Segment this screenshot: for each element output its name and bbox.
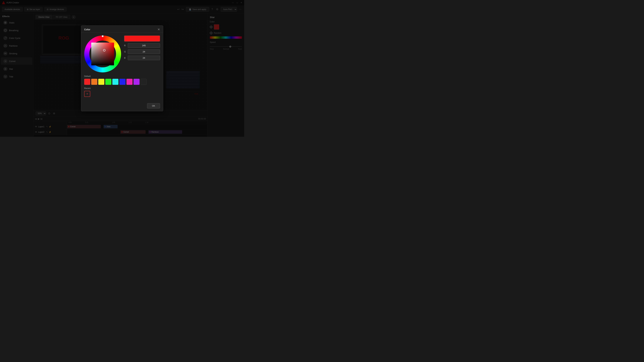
r-input[interactable] (128, 43, 160, 48)
swatch-yellow[interactable] (98, 79, 104, 85)
modal-header: Color ✕ (81, 26, 163, 33)
g-label: G (124, 50, 126, 53)
swatch-pink[interactable] (126, 79, 132, 85)
add-recent-color-button[interactable]: + (84, 91, 90, 97)
swatch-black[interactable] (140, 79, 146, 85)
hue-handle (102, 35, 104, 37)
color-square[interactable] (91, 42, 114, 65)
color-modal-overlay: Color ✕ (0, 0, 244, 137)
rgb-g-row: G (124, 49, 160, 54)
recent-label: Recent (84, 87, 160, 89)
swatch-orange[interactable] (91, 79, 97, 85)
r-label: R (124, 44, 126, 47)
swatch-red[interactable] (84, 79, 90, 85)
ok-button[interactable]: OK (147, 103, 160, 108)
modal-body: R G B Default (81, 33, 163, 102)
rgb-r-row: R (124, 43, 160, 48)
recent-section: Recent + (84, 87, 160, 97)
swatch-purple[interactable] (134, 79, 140, 85)
default-colors-label: Default (84, 75, 160, 77)
recent-swatches: + (84, 91, 160, 97)
swatch-green[interactable] (105, 79, 111, 85)
g-input[interactable] (128, 49, 160, 54)
b-label: B (124, 57, 126, 59)
b-input[interactable] (128, 56, 160, 60)
color-picker-area: R G B (84, 35, 160, 72)
swatch-blue[interactable] (120, 79, 126, 85)
swatch-cyan[interactable] (112, 79, 118, 85)
default-swatches (84, 79, 160, 85)
color-right: R G B (124, 35, 160, 72)
color-modal: Color ✕ (81, 25, 163, 111)
selected-color-bar[interactable] (124, 35, 160, 41)
modal-title: Color (84, 28, 90, 31)
modal-close-button[interactable]: ✕ (158, 28, 160, 31)
modal-footer: OK (81, 102, 163, 111)
rgb-b-row: B (124, 56, 160, 60)
color-wheel-container[interactable] (84, 35, 121, 72)
